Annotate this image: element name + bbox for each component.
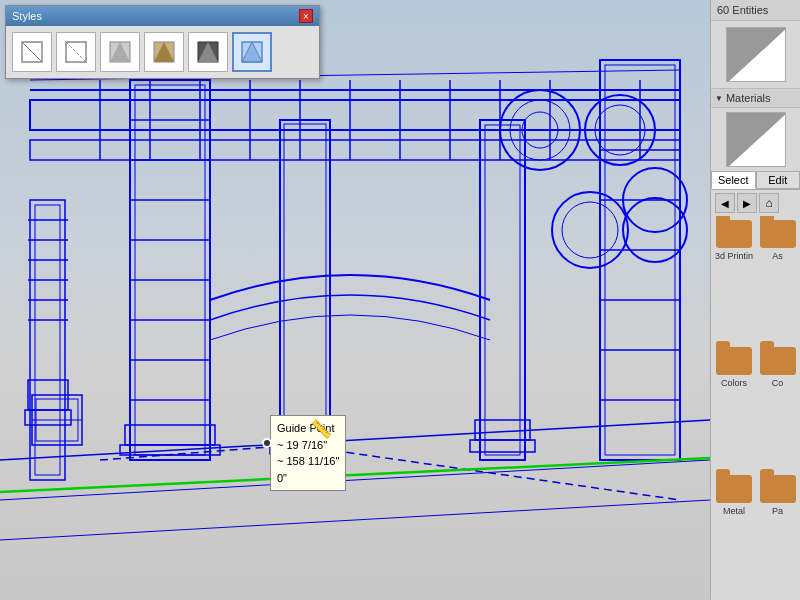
material-label-as: As xyxy=(772,251,783,261)
svg-point-50 xyxy=(552,192,628,268)
monochrome-style-button[interactable] xyxy=(188,32,228,72)
material-item-as[interactable]: As xyxy=(757,218,798,343)
folder-icon-3dprinting xyxy=(716,220,752,250)
entities-count: 60 Entities xyxy=(717,4,768,16)
folder-icon-colors xyxy=(716,347,752,377)
svg-rect-29 xyxy=(30,100,680,130)
guide-line3: 0" xyxy=(277,470,339,487)
hidden-line-style-button[interactable] xyxy=(56,32,96,72)
nav-home-button[interactable]: ⌂ xyxy=(759,193,779,213)
folder-icon-as xyxy=(760,220,796,250)
collapse-arrow: ▼ xyxy=(715,94,723,103)
nav-forward-button[interactable]: ▶ xyxy=(737,193,757,213)
styles-titlebar: Styles × xyxy=(6,6,319,26)
styles-title: Styles xyxy=(12,10,42,22)
shaded-style-button[interactable] xyxy=(100,32,140,72)
material-label-co: Co xyxy=(772,378,784,388)
svg-rect-4 xyxy=(35,205,60,475)
entity-preview xyxy=(726,27,786,82)
svg-rect-75 xyxy=(66,42,86,62)
wireframe-style-button[interactable] xyxy=(12,32,52,72)
material-item-pa[interactable]: Pa xyxy=(757,473,798,598)
tab-edit[interactable]: Edit xyxy=(756,171,801,189)
styles-icons-toolbar xyxy=(6,26,319,78)
svg-line-1 xyxy=(0,460,710,500)
material-tabs: Select Edit xyxy=(711,171,800,190)
app-container: 📏 Guide Point ~ 19 7/16" ~ 158 11/16" 0"… xyxy=(0,0,800,600)
material-item-colors[interactable]: Colors xyxy=(713,345,755,470)
svg-rect-26 xyxy=(284,124,326,456)
material-nav: ◀ ▶ ⌂ xyxy=(711,190,800,216)
svg-point-52 xyxy=(623,198,687,262)
svg-rect-13 xyxy=(130,80,210,460)
material-label-3dprinting: 3d Printin xyxy=(715,251,753,261)
preview-triangle xyxy=(727,28,786,82)
svg-line-2 xyxy=(0,500,710,540)
right-panel: 60 Entities ▼ Materials Select Edit ◀ xyxy=(710,0,800,600)
svg-rect-30 xyxy=(30,140,680,160)
nav-back-button[interactable]: ◀ xyxy=(715,193,735,213)
svg-rect-25 xyxy=(280,120,330,460)
folder-icon-co xyxy=(760,347,796,377)
materials-label: Materials xyxy=(726,92,771,104)
shaded-texture-style-button[interactable] xyxy=(144,32,184,72)
svg-line-0 xyxy=(0,420,710,460)
material-preview xyxy=(726,112,786,167)
styles-window: Styles × xyxy=(5,5,320,79)
svg-rect-54 xyxy=(480,120,525,460)
material-label-colors: Colors xyxy=(721,378,747,388)
svg-rect-23 xyxy=(125,425,215,445)
tab-select[interactable]: Select xyxy=(711,171,756,189)
tape-measure-icon: 📏 xyxy=(310,418,332,440)
entities-header: 60 Entities xyxy=(711,0,800,21)
svg-line-72 xyxy=(0,458,710,492)
xray-style-button[interactable] xyxy=(232,32,272,72)
folder-icon-pa xyxy=(760,475,796,505)
svg-line-74 xyxy=(22,42,42,62)
guide-tooltip: Guide Point ~ 19 7/16" ~ 158 11/16" 0" xyxy=(270,415,346,491)
svg-rect-55 xyxy=(485,125,520,455)
guide-point-dot xyxy=(262,438,272,448)
materials-section-header: ▼ Materials xyxy=(711,88,800,108)
folder-icon-metal xyxy=(716,475,752,505)
viewport[interactable]: 📏 Guide Point ~ 19 7/16" ~ 158 11/16" 0"… xyxy=(0,0,710,600)
styles-close-button[interactable]: × xyxy=(299,9,313,23)
material-item-3dprinting[interactable]: 3d Printin xyxy=(713,218,755,343)
wireframe-scene xyxy=(0,0,710,600)
material-item-metal[interactable]: Metal xyxy=(713,473,755,598)
material-item-co[interactable]: Co xyxy=(757,345,798,470)
material-preview-triangle xyxy=(727,113,786,167)
material-grid: 3d Printin As Colors Co xyxy=(711,216,800,600)
guide-line2: ~ 158 11/16" xyxy=(277,453,339,470)
material-label-pa: Pa xyxy=(772,506,783,516)
material-label-metal: Metal xyxy=(723,506,745,516)
